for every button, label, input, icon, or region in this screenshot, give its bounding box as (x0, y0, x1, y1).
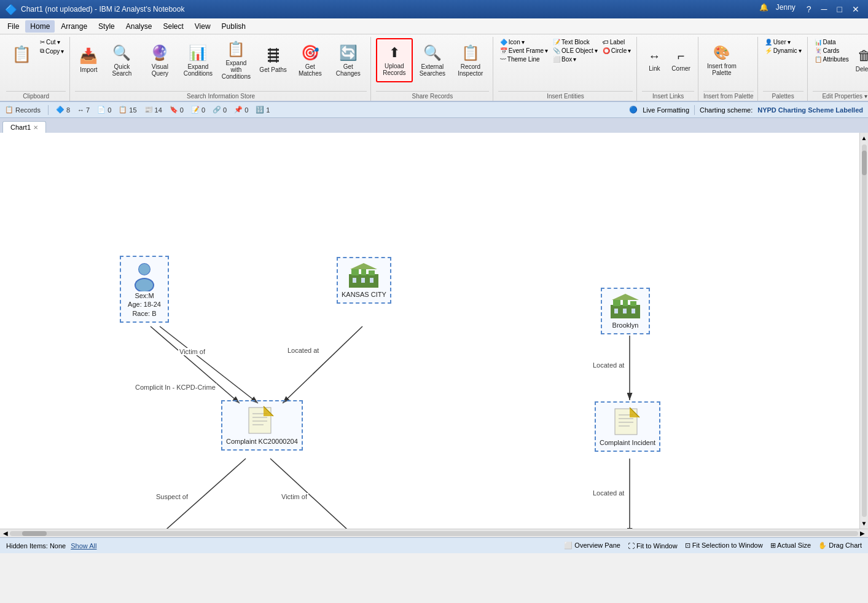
cards-button[interactable]: 🃏 Cards (813, 47, 851, 55)
link-button[interactable]: ↔ Link (642, 38, 667, 82)
theme-line-button[interactable]: 〰 Theme Line (498, 55, 550, 63)
edge-label-locatedat1: Located at (286, 347, 320, 354)
clipboard-label: Clipboard (6, 91, 66, 100)
scroll-thumb-horizontal[interactable] (22, 531, 47, 536)
user-icon: 👤 (765, 39, 772, 45)
notification-icon[interactable]: 🔔 (759, 3, 768, 15)
record-inspector-button[interactable]: 📋 Record Inspector (452, 38, 489, 82)
dynamic-palette-button[interactable]: ⚡ Dynamic▾ (763, 47, 803, 55)
external-searches-label: External Searches (418, 63, 447, 77)
tab-close-button[interactable]: ✕ (33, 124, 38, 131)
scroll-thumb-vertical[interactable] (862, 151, 867, 175)
corner-button[interactable]: ⌐ Corner (668, 38, 694, 82)
event-frame-button[interactable]: 📅 Event Frame▾ (498, 47, 550, 55)
scroll-down-arrow[interactable]: ▼ (861, 518, 867, 529)
import-button[interactable]: 📥 Import (75, 38, 102, 82)
scroll-up-arrow[interactable]: ▲ (861, 133, 867, 143)
cut-button[interactable]: ✂ Cut▾ (38, 38, 66, 46)
svg-rect-41 (623, 309, 627, 313)
scroll-right-arrow[interactable]: ▶ (858, 530, 867, 537)
chart-area[interactable]: Victim of Complicit In - KCPD-Crime Loca… (0, 133, 868, 529)
label-button[interactable]: 🏷 Label (601, 38, 633, 46)
fit-selection-btn[interactable]: ⊡ Fit Selection to Window (685, 542, 763, 550)
entities-col1: 🔷 Icon▾ 📅 Event Frame▾ 〰 Theme Line (498, 38, 550, 63)
text-block-button[interactable]: 📝 Text Block (551, 38, 600, 46)
count9-val: 0 (244, 106, 248, 114)
upload-records-button[interactable]: ⬆ Upload Records (376, 38, 413, 82)
link-icon: ↔ (648, 49, 660, 63)
help-button[interactable]: ? (803, 3, 815, 15)
overview-pane-btn[interactable]: ⬜ Overview Pane (564, 542, 620, 550)
insert-from-palette-button[interactable]: 🎨 Insert from Palette (703, 38, 740, 82)
icon-count7: 📝 (191, 106, 200, 114)
get-matches-button[interactable]: 🎯 Get Matches (292, 38, 329, 82)
charting-scheme-value[interactable]: NYPD Charting Scheme Labelled (757, 106, 863, 114)
toolbar-count10: 🔢 1 (256, 106, 270, 114)
circle-button[interactable]: ⭕ Circle▾ (601, 47, 633, 55)
paste-button[interactable]: 📋 (6, 38, 37, 70)
chart1-tab[interactable]: Chart1 ✕ (2, 121, 46, 133)
delete-button[interactable]: 🗑 Delete (852, 38, 868, 82)
expand-with-label: Expand with Conditions (221, 60, 251, 80)
close-button[interactable]: ✕ (848, 3, 863, 15)
icon-button[interactable]: 🔷 Icon▾ (498, 38, 550, 46)
copy-icon: ⧉ (40, 47, 44, 55)
user-palette-button[interactable]: 👤 User▾ (763, 38, 803, 46)
search-label: Search Information Store (75, 91, 366, 100)
menu-file[interactable]: File (2, 20, 24, 33)
node-person1-label: Sex:MAge: 18-24Race: B (128, 291, 161, 318)
menu-select[interactable]: Select (158, 20, 188, 33)
svg-point-12 (136, 279, 153, 291)
chart-svg (0, 133, 868, 529)
data-button[interactable]: 📊 Data (813, 38, 851, 46)
get-changes-button[interactable]: 🔄 Get Changes (330, 38, 367, 82)
scrollbar-bottom[interactable]: ◀ ▶ (0, 529, 868, 537)
attributes-button[interactable]: 📋 Attributes (813, 55, 851, 63)
box-button[interactable]: ⬜ Box▾ (551, 55, 600, 63)
visual-query-button[interactable]: 🔮 Visual Query (141, 38, 178, 82)
copy-button[interactable]: ⧉ Copy▾ (38, 47, 66, 55)
menu-home[interactable]: Home (25, 20, 55, 33)
svg-rect-19 (370, 278, 373, 283)
scroll-left-arrow[interactable]: ◀ (1, 530, 10, 537)
menu-analyse[interactable]: Analyse (121, 20, 157, 33)
links-items: ↔ Link ⌐ Corner (642, 38, 694, 90)
expand-conditions-button[interactable]: 📊 Expand Conditions (179, 38, 216, 82)
title-text: Chart1 (not uploaded) - IBM i2 Analyst's… (21, 5, 184, 14)
node-kansascity[interactable]: KANSAS CITY (337, 257, 391, 304)
node-brooklyn[interactable]: Brooklyn (601, 288, 650, 334)
user-label[interactable]: Jenny (776, 3, 796, 15)
get-paths-button[interactable]: 🛤 Get Paths (256, 38, 290, 82)
expand-conditions-icon: 📊 (189, 44, 207, 61)
expand-with-conditions-button[interactable]: 📋 Expand with Conditions (217, 38, 254, 82)
scrollbar-right[interactable]: ▲ ▼ (859, 133, 868, 529)
menu-arrange[interactable]: Arrange (56, 20, 92, 33)
data-icon: 📊 (815, 39, 822, 45)
minimize-button[interactable]: ─ (818, 3, 831, 15)
edge-label-victim1: Victim of (178, 348, 206, 355)
node-complaint-incident[interactable]: Complaint Incident (595, 401, 660, 452)
external-searches-button[interactable]: 🔍 External Searches (414, 38, 451, 82)
edit-props-label: Edit Properties ▾ (813, 91, 868, 100)
menu-bar: File Home Arrange Style Analyse Select V… (0, 18, 868, 34)
circle-icon: ⭕ (603, 47, 610, 54)
event-frame-icon: 📅 (500, 47, 507, 54)
show-all-link[interactable]: Show All (71, 542, 96, 550)
drag-chart-btn[interactable]: ✋ Drag Chart (818, 542, 862, 550)
node-person1[interactable]: Sex:MAge: 18-24Race: B (120, 256, 169, 323)
menu-view[interactable]: View (190, 20, 216, 33)
live-formatting-text[interactable]: Live Formatting (643, 106, 689, 114)
fit-to-window-btn[interactable]: ⛶ Fit to Window (628, 542, 678, 550)
maximize-button[interactable]: □ (834, 3, 846, 15)
scroll-track-horizontal[interactable] (10, 531, 858, 536)
node-person1-box: Sex:MAge: 18-24Race: B (120, 256, 169, 323)
menu-style[interactable]: Style (93, 20, 120, 33)
actual-size-btn[interactable]: ⊞ Actual Size (770, 542, 811, 550)
toolbar-count5: 📰 14 (144, 106, 162, 114)
ole-object-button[interactable]: 📎 OLE Object▾ (551, 47, 600, 55)
quick-search-button[interactable]: 🔍 Quick Search (103, 38, 140, 82)
entities-label: Insert Entities (498, 91, 633, 100)
menu-publish[interactable]: Publish (217, 20, 251, 33)
node-complaint[interactable]: Complaint KC20000204 (221, 400, 303, 451)
scroll-track-vertical[interactable] (862, 144, 867, 517)
